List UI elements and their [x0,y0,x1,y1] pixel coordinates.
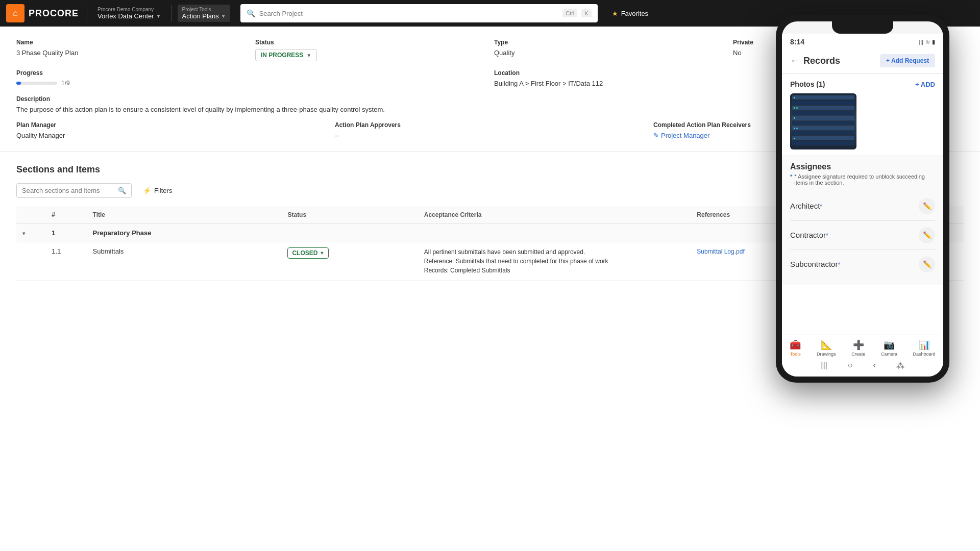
search-sections-input[interactable]: 🔍 [16,183,132,198]
company-name: Vortex Data Center ▼ [97,12,161,20]
filter-icon: ⚡ [143,187,151,194]
camera-icon: 📷 [884,339,895,350]
plan-manager-field: Plan Manager Quality Manager [16,121,327,139]
status-badge: IN PROGRESS [261,52,303,59]
approvers-label: Action Plan Approvers [335,121,645,129]
filters-button[interactable]: ⚡ Filters [138,184,177,197]
name-value: 3 Phase Quality Plan [16,49,247,57]
search-bar[interactable]: 🔍 Ctrl K [240,4,598,22]
nav-divider [87,5,87,21]
phone-nav-back[interactable]: ‹ [873,361,875,370]
rack-unit [792,106,854,110]
progress-bar-container: 1/9 [16,80,486,87]
phone-screen: 8:14 ||| ≋ ▮ ← Records + Add Request Pho… [782,21,943,377]
rack-unit [792,141,854,145]
type-label: Type [494,39,725,46]
assignee-name-contractor: Contractor* [790,231,828,240]
note-star: * [790,173,792,186]
sign-button-subcontractor[interactable]: ✏️ [919,256,935,272]
rack-unit [792,136,854,140]
rack-light [794,107,795,109]
favorites-label: Favorites [621,10,648,17]
photos-section: Photos (1) + ADD [782,74,943,156]
rack-light-2 [796,107,798,109]
rack-light [794,117,795,119]
dashboard-icon: 📊 [919,339,930,350]
section-title: Preparatory Phase [87,224,282,242]
favorites-button[interactable]: ★ Favorites [608,8,652,19]
item-status[interactable]: CLOSED ▼ [281,242,418,281]
edit-icon: ✎ [653,132,659,139]
dashboard-label: Dashboard [913,352,936,357]
required-star-subcontractor: * [838,261,840,268]
note-text: * Assignee signature required to unblock… [794,173,935,186]
phone-nav-menu[interactable]: ||| [821,361,827,370]
project-tools-selector[interactable]: Project Tools Action Plans ▼ [178,5,230,22]
type-value: Quality [494,49,725,57]
camera-label: Camera [881,352,897,357]
required-star-architect: * [820,203,822,210]
bottom-nav-camera[interactable]: 📷 Camera [881,339,897,357]
tools-icon: 🧰 [790,339,801,350]
rack-unit [792,95,854,99]
search-input[interactable] [259,10,559,17]
wifi-icon: ≋ [925,39,930,45]
item-title: Submittals [87,242,282,281]
phone-nav-home[interactable]: ○ [848,361,853,370]
status-field: Status IN PROGRESS ▼ [255,39,486,61]
photo-thumbnail[interactable] [790,93,856,149]
add-request-button[interactable]: + Add Request [880,54,935,67]
home-icon: ⌂ [13,9,18,18]
bottom-nav-tools[interactable]: 🧰 Tools [790,339,801,357]
col-header-title: Title [87,206,282,224]
submittal-log-link[interactable]: Submittal Log.pdf [697,248,744,255]
rack-light-blue [796,128,798,129]
photos-label: Photos (1) [790,80,825,88]
bottom-nav-items: 🧰 Tools 📐 Drawings ➕ Create 📷 Camera [782,339,943,357]
status-dropdown-arrow: ▼ [306,53,311,58]
rack-unit [792,111,854,115]
section-chevron[interactable]: ▾ [16,224,45,242]
battery-icon: ▮ [932,39,935,45]
name-label: Name [16,39,247,46]
drawings-icon: 📐 [821,339,832,350]
company-label: Procore Demo Company [97,7,161,12]
search-shortcut-k: K [581,9,591,17]
col-header-chevron [16,206,45,224]
desktop-container: ⌂ PROCORE Procore Demo Company Vortex Da… [0,0,980,551]
tools-label: Tools [790,352,801,357]
rack-unit [792,101,854,105]
project-tools-label: Project Tools [182,7,226,12]
company-selector[interactable]: Procore Demo Company Vortex Data Center … [93,5,165,22]
phone-nav-buttons: ||| ○ ‹ ⁂ [782,357,943,374]
assignee-note: * * Assignee signature required to unblo… [790,173,935,186]
phone-time: 8:14 [790,38,804,46]
col-header-acceptance: Acceptance Criteria [418,206,691,224]
rack-unit [792,121,854,125]
signal-icon: ||| [919,39,923,45]
company-dropdown-arrow: ▼ [156,13,161,19]
item-number: 1.1 [45,242,86,281]
sign-button-contractor[interactable]: ✏️ [919,227,935,243]
receivers-value: Project Manager [661,132,709,139]
type-field: Type Quality [494,39,725,61]
back-button[interactable]: ← [790,56,799,66]
add-photo-button[interactable]: + ADD [915,81,935,88]
search-sections-field[interactable] [22,187,114,194]
rack-light [794,128,795,129]
sign-button-architect[interactable]: ✏️ [919,198,935,214]
bottom-nav-create[interactable]: ➕ Create [851,339,865,357]
phone-content: Photos (1) + ADD [782,74,943,335]
bottom-nav-dashboard[interactable]: 📊 Dashboard [913,339,936,357]
phone-nav-accessibility[interactable]: ⁂ [896,361,904,370]
create-icon: ➕ [853,339,864,350]
assignee-name-architect: Architect* [790,202,822,211]
mobile-phone: 8:14 ||| ≋ ▮ ← Records + Add Request Pho… [776,15,949,383]
home-button[interactable]: ⌂ [6,4,24,22]
create-label: Create [851,352,865,357]
progress-bar-bg [16,82,57,85]
rack-unit [792,116,854,120]
bottom-nav-drawings[interactable]: 📐 Drawings [817,339,836,357]
status-dropdown[interactable]: IN PROGRESS ▼ [255,49,317,61]
progress-label: Progress [16,69,486,77]
